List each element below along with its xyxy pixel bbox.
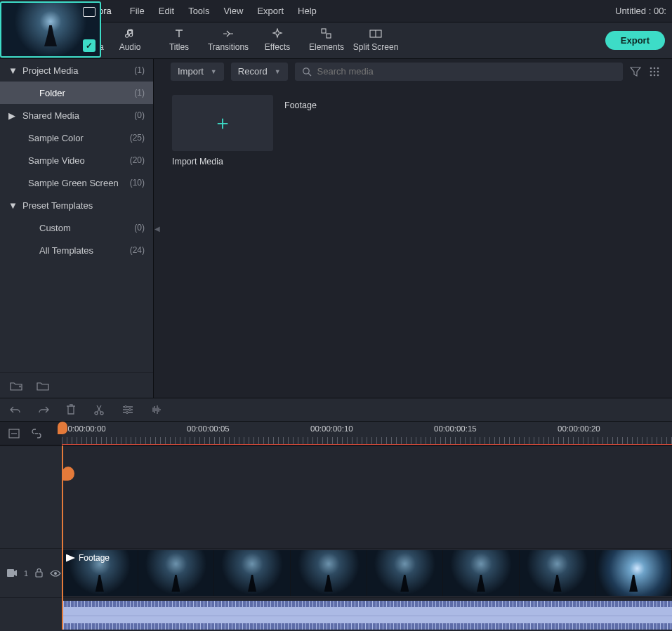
chevron-down-icon: ▼ [211, 68, 217, 75]
media-clip-thumb[interactable]: ✓ [0, 1, 101, 58]
record-dropdown[interactable]: Record ▼ [231, 63, 288, 81]
track-video-1: 1 Footage [0, 548, 672, 597]
import-media-tile[interactable]: ＋ Import Media [172, 95, 273, 167]
tab-label: Audio [119, 42, 141, 52]
split-icon[interactable] [94, 404, 107, 415]
video-clip[interactable]: Footage [62, 550, 672, 596]
ruler-stamp: 00:00:00:20 [558, 424, 600, 433]
tab-titles[interactable]: Titles [154, 25, 204, 56]
tab-effects[interactable]: Effects [253, 25, 302, 56]
track-body[interactable] [62, 597, 672, 631]
sidebar-item-sample-video[interactable]: Sample Video (20) [0, 149, 153, 171]
ruler-ticks [62, 437, 672, 444]
sidebar-item-sample-color[interactable]: Sample Color (25) [0, 126, 153, 149]
timeline-ruler[interactable]: 00:00:00:00 00:00:00:05 00:00:00:10 00:0… [62, 422, 672, 445]
audio-waveform [62, 601, 672, 630]
track-empty [0, 445, 672, 548]
eye-icon[interactable] [50, 570, 61, 577]
sidebar-item-label: Sample Video [28, 155, 130, 166]
tab-split-screen[interactable]: Split Screen [351, 25, 400, 56]
svg-point-14 [650, 74, 652, 76]
redo-icon[interactable] [38, 405, 51, 414]
sidebar-item-preset-templates[interactable]: ▼ Preset Templates [0, 194, 153, 216]
timeline-marker[interactable] [62, 467, 74, 481]
menu-help[interactable]: Help [298, 6, 317, 16]
menu-view[interactable]: View [223, 6, 243, 16]
svg-point-17 [95, 412, 98, 415]
sidebar-item-label: Sample Color [28, 133, 130, 143]
transitions-icon [222, 28, 235, 39]
svg-point-13 [657, 70, 659, 72]
media-browser: Import ▼ Record ▼ ＋ Import Media [161, 59, 672, 398]
chevron-right-icon: ▶ [8, 110, 17, 121]
import-dropdown[interactable]: Import ▼ [171, 63, 224, 81]
track-header: 1 [0, 548, 62, 597]
tab-label: Titles [169, 42, 189, 52]
tile-caption: Footage [284, 100, 386, 110]
ruler-stamp: 00:00:00:00 [63, 424, 106, 433]
sidebar-item-all-templates[interactable]: All Templates (24) [0, 239, 153, 261]
document-title: Untitled : 00: [615, 6, 666, 16]
import-media-thumb[interactable]: ＋ [172, 95, 273, 151]
sidebar-item-custom[interactable]: Custom (0) [0, 216, 153, 239]
chevron-down-icon: ▼ [8, 65, 17, 76]
grid-view-icon[interactable] [650, 67, 662, 77]
chevron-down-icon: ▼ [275, 68, 281, 75]
panel-resize-handle[interactable]: ◀ [154, 59, 161, 398]
export-button[interactable]: Export [605, 31, 665, 50]
sidebar-item-folder[interactable]: Folder (1) [0, 82, 153, 104]
video-track-icon [7, 569, 17, 577]
tab-label: Split Screen [353, 42, 399, 52]
sidebar-item-sample-green-screen[interactable]: Sample Green Screen (10) [0, 171, 153, 194]
adjust-icon[interactable] [122, 405, 135, 415]
new-folder-icon[interactable] [10, 381, 22, 391]
lock-icon[interactable] [35, 568, 43, 578]
search-field[interactable] [295, 63, 623, 81]
track-header [0, 445, 62, 548]
clip-name: Footage [79, 553, 110, 563]
track-body[interactable] [62, 445, 672, 548]
menu-export[interactable]: Export [257, 6, 284, 16]
ruler-stamp: 00:00:00:10 [310, 424, 353, 433]
text-icon [173, 28, 185, 39]
delete-icon[interactable] [66, 404, 79, 415]
track-body[interactable]: Footage [62, 548, 672, 597]
tab-label: Effects [265, 42, 290, 52]
sidebar-item-label: Sample Green Screen [28, 178, 130, 188]
sidebar-item-shared-media[interactable]: ▶ Shared Media (0) [0, 104, 153, 126]
tab-audio[interactable]: Audio [105, 25, 154, 56]
menu-edit[interactable]: Edit [159, 6, 174, 16]
track-audio-1 [0, 597, 672, 631]
menu-file[interactable]: File [130, 6, 145, 16]
sidebar-item-label: Folder [39, 88, 134, 98]
timeline: 00:00:00:00 00:00:00:05 00:00:00:10 00:0… [0, 422, 672, 631]
link-icon[interactable] [31, 429, 42, 438]
filter-icon[interactable] [630, 67, 643, 77]
menu-tools[interactable]: Tools [188, 6, 209, 16]
undo-icon[interactable] [10, 405, 22, 414]
tab-elements[interactable]: Elements [302, 25, 351, 56]
audio-wave-icon[interactable] [150, 405, 163, 415]
fit-icon[interactable] [8, 429, 20, 438]
media-clip-tile[interactable]: ✓ Footage [284, 95, 386, 110]
svg-line-7 [308, 73, 311, 76]
main-menu: File Edit Tools View Export Help [130, 6, 317, 16]
svg-rect-23 [7, 569, 14, 577]
svg-point-15 [654, 74, 656, 76]
playhead[interactable] [62, 445, 63, 630]
tab-transitions[interactable]: Transitions [204, 25, 253, 56]
audio-clip[interactable] [62, 601, 672, 630]
sidebar-item-count: (24) [130, 245, 145, 255]
search-input[interactable] [317, 66, 616, 77]
split-screen-icon [369, 28, 382, 39]
svg-point-9 [654, 67, 656, 69]
folder-icon[interactable] [37, 381, 49, 391]
sidebar-item-label: Shared Media [22, 110, 134, 121]
sidebar-item-project-media[interactable]: ▼ Project Media (1) [0, 59, 153, 82]
chevron-down-icon: ▼ [8, 200, 17, 211]
timeline-tracks: 1 Footage [0, 445, 672, 630]
svg-point-18 [100, 412, 103, 415]
sidebar-item-label: Custom [39, 223, 134, 233]
svg-point-20 [129, 409, 131, 411]
track-header [0, 597, 62, 631]
